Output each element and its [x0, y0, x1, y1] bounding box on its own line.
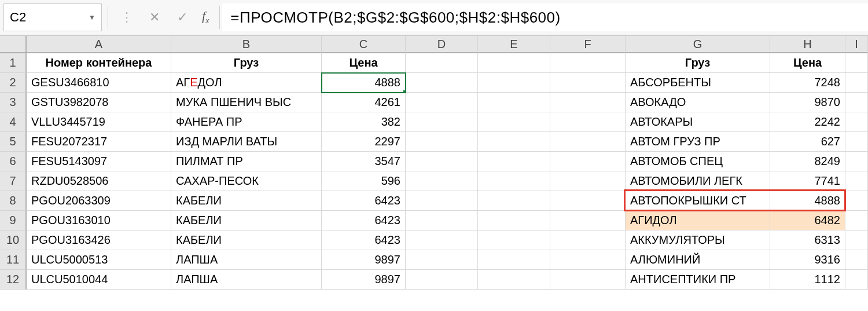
- cell[interactable]: АВТОКАРЫ: [626, 112, 770, 132]
- cell[interactable]: PGOU3163426: [27, 230, 171, 250]
- chevron-down-icon[interactable]: ▼: [89, 13, 95, 21]
- row-header[interactable]: 6: [0, 152, 27, 171]
- cell[interactable]: 7248: [770, 73, 845, 93]
- cell[interactable]: [406, 191, 478, 211]
- cell-warning[interactable]: АГИДОЛ: [626, 211, 770, 230]
- column-header[interactable]: B: [171, 36, 322, 53]
- cell[interactable]: [478, 270, 550, 290]
- row-header[interactable]: 3: [0, 93, 27, 112]
- cell[interactable]: 6423: [322, 230, 406, 250]
- cell[interactable]: [845, 230, 868, 250]
- cell[interactable]: [478, 191, 550, 211]
- cell[interactable]: GESU3466810: [27, 73, 171, 93]
- cancel-icon[interactable]: [146, 10, 163, 25]
- cell[interactable]: 9870: [770, 93, 845, 112]
- cell[interactable]: [845, 191, 868, 211]
- cell[interactable]: КАБЕЛИ: [171, 191, 322, 211]
- cell[interactable]: АГЕДОЛ: [171, 73, 322, 93]
- row-header[interactable]: 4: [0, 112, 27, 132]
- header-cell[interactable]: Номер контейнера: [27, 53, 171, 73]
- column-header[interactable]: G: [626, 36, 770, 53]
- cell[interactable]: МУКА ПШЕНИЧ ВЫС: [171, 93, 322, 112]
- cell[interactable]: [406, 73, 478, 93]
- cell[interactable]: [478, 171, 550, 191]
- column-header[interactable]: A: [27, 36, 171, 53]
- cell[interactable]: АНТИСЕПТИКИ ПР: [626, 270, 770, 290]
- cell[interactable]: [478, 250, 550, 270]
- cell[interactable]: 4261: [322, 93, 406, 112]
- cell[interactable]: 6313: [770, 230, 845, 250]
- cell[interactable]: [406, 152, 478, 171]
- cell[interactable]: FESU5143097: [27, 152, 171, 171]
- cell[interactable]: АВТОМОБИЛИ ЛЕГК: [626, 171, 770, 191]
- cell[interactable]: 9897: [322, 270, 406, 290]
- expand-icon[interactable]: [119, 10, 135, 25]
- cell[interactable]: АККУМУЛЯТОРЫ: [626, 230, 770, 250]
- cell[interactable]: ЛАПША: [171, 270, 322, 290]
- cell[interactable]: АБСОРБЕНТЫ: [626, 73, 770, 93]
- enter-icon[interactable]: [174, 10, 190, 25]
- cell[interactable]: ФАНЕРА ПР: [171, 112, 322, 132]
- formula-input[interactable]: =ПРОСМОТР(B2;$G$2:$G$600;$H$2:$H$600): [222, 3, 868, 31]
- row-header[interactable]: 11: [0, 250, 27, 270]
- cell[interactable]: [478, 93, 550, 112]
- cell[interactable]: [845, 270, 868, 290]
- cell[interactable]: 6423: [322, 191, 406, 211]
- row-header[interactable]: 5: [0, 132, 27, 152]
- cell[interactable]: PGOU2063309: [27, 191, 171, 211]
- row-header[interactable]: 12: [0, 270, 27, 290]
- cell[interactable]: ЛАПША: [171, 250, 322, 270]
- column-header[interactable]: H: [770, 36, 845, 53]
- cell[interactable]: GSTU3982078: [27, 93, 171, 112]
- cell[interactable]: 2297: [322, 132, 406, 152]
- cell[interactable]: FESU2072317: [27, 132, 171, 152]
- select-all-corner[interactable]: [0, 36, 27, 53]
- column-header[interactable]: D: [406, 36, 478, 53]
- cell[interactable]: ПИЛМАТ ПР: [171, 152, 322, 171]
- cell[interactable]: [406, 230, 478, 250]
- name-box[interactable]: C2 ▼: [3, 3, 102, 31]
- cell[interactable]: [478, 152, 550, 171]
- row-header[interactable]: 7: [0, 171, 27, 191]
- cell[interactable]: [406, 112, 478, 132]
- cell[interactable]: 2242: [770, 112, 845, 132]
- cell[interactable]: САХАР-ПЕСОК: [171, 171, 322, 191]
- cell[interactable]: [478, 112, 550, 132]
- column-header[interactable]: F: [550, 36, 626, 53]
- cell[interactable]: [406, 93, 478, 112]
- active-cell[interactable]: 4888: [322, 73, 406, 93]
- row-header[interactable]: 2: [0, 73, 27, 93]
- cell[interactable]: [845, 112, 868, 132]
- cell[interactable]: ULCU5010044: [27, 270, 171, 290]
- cell[interactable]: 382: [322, 112, 406, 132]
- cell[interactable]: [406, 270, 478, 290]
- cell[interactable]: [550, 152, 626, 171]
- cell[interactable]: RZDU0528506: [27, 171, 171, 191]
- cell[interactable]: [845, 132, 868, 152]
- column-header[interactable]: E: [478, 36, 550, 53]
- cell[interactable]: КАБЕЛИ: [171, 230, 322, 250]
- cell[interactable]: [550, 211, 626, 230]
- cell[interactable]: [550, 73, 626, 93]
- header-cell[interactable]: Груз: [171, 53, 322, 73]
- cell[interactable]: 7741: [770, 171, 845, 191]
- cell[interactable]: [478, 53, 550, 73]
- cell[interactable]: АЛЮМИНИЙ: [626, 250, 770, 270]
- cell[interactable]: [406, 53, 478, 73]
- row-header[interactable]: 9: [0, 211, 27, 230]
- cell[interactable]: АВТОМ ГРУЗ ПР: [626, 132, 770, 152]
- cell[interactable]: [478, 132, 550, 152]
- cell[interactable]: 596: [322, 171, 406, 191]
- cell[interactable]: [550, 270, 626, 290]
- cell[interactable]: [550, 191, 626, 211]
- cell[interactable]: [550, 112, 626, 132]
- row-header[interactable]: 8: [0, 191, 27, 211]
- cell[interactable]: PGOU3163010: [27, 211, 171, 230]
- cell[interactable]: 9897: [322, 250, 406, 270]
- cell[interactable]: [845, 93, 868, 112]
- column-header[interactable]: I: [845, 36, 868, 53]
- cell[interactable]: [406, 132, 478, 152]
- cell[interactable]: [550, 93, 626, 112]
- cell[interactable]: [478, 211, 550, 230]
- cell[interactable]: ULCU5000513: [27, 250, 171, 270]
